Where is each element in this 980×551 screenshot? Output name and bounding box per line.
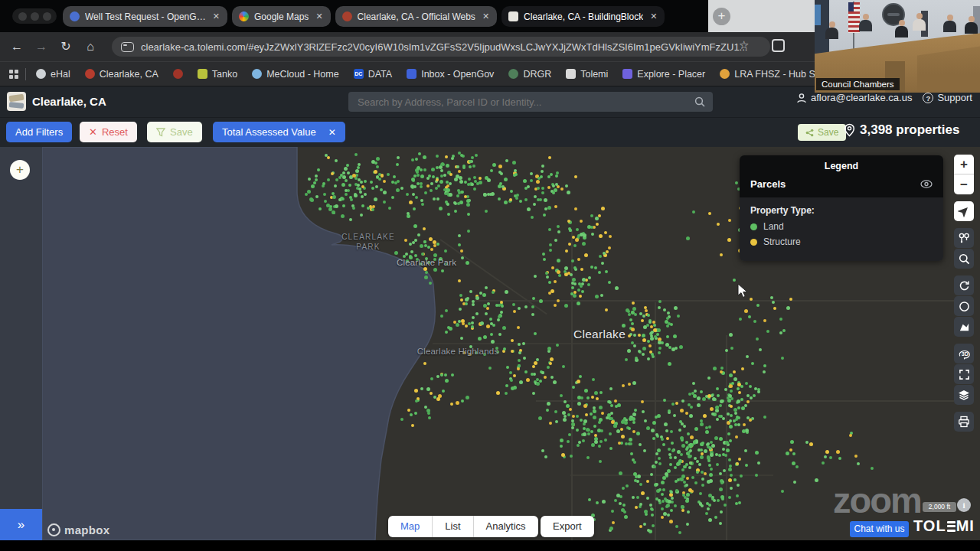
parcel-dot[interactable] — [567, 220, 570, 223]
parcel-dot[interactable] — [536, 378, 539, 381]
parcel-dot[interactable] — [440, 373, 443, 377]
parcel-dot[interactable] — [595, 217, 599, 220]
parcel-dot[interactable] — [634, 479, 637, 482]
parcel-dot[interactable] — [663, 308, 666, 311]
parcel-dot[interactable] — [792, 461, 795, 465]
parcel-dot[interactable] — [552, 191, 555, 194]
reset-button[interactable]: ✕Reset — [80, 122, 137, 142]
map-canvas[interactable]: CLEARLAKE PARKClearlake ParkClearlake Hi… — [0, 147, 980, 540]
parcel-dot[interactable] — [694, 457, 697, 460]
parcel-dot[interactable] — [705, 512, 708, 515]
parcel-dot[interactable] — [590, 266, 593, 269]
parcel-dot[interactable] — [539, 198, 542, 201]
parcel-dot[interactable] — [648, 321, 652, 324]
parcel-dot[interactable] — [635, 506, 638, 509]
parcel-dot[interactable] — [586, 456, 590, 459]
parcel-dot[interactable] — [623, 510, 626, 514]
parcel-dot[interactable] — [411, 158, 414, 161]
geolocate-button[interactable] — [954, 201, 974, 221]
parcel-dot[interactable] — [500, 172, 503, 175]
parcel-dot[interactable] — [708, 212, 711, 215]
parcel-dot[interactable] — [700, 390, 703, 393]
parcel-dot[interactable] — [553, 380, 557, 384]
parcel-dot[interactable] — [718, 454, 721, 457]
parcel-dot[interactable] — [685, 412, 688, 415]
parcel-dot[interactable] — [400, 187, 403, 190]
parcel-dot[interactable] — [414, 389, 418, 393]
parcel-dot[interactable] — [588, 276, 591, 279]
parcel-dot[interactable] — [681, 509, 684, 512]
parcel-dot[interactable] — [786, 452, 789, 455]
parcel-dot[interactable] — [459, 180, 463, 184]
parcel-dot[interactable] — [671, 347, 675, 351]
parcel-dot[interactable] — [574, 207, 577, 210]
redo-search-button[interactable] — [954, 276, 974, 295]
parcel-dot[interactable] — [548, 156, 551, 159]
parcel-dot[interactable] — [743, 423, 746, 426]
parcel-dot[interactable] — [689, 461, 692, 465]
parcel-dot[interactable] — [608, 246, 611, 249]
parcel-dot[interactable] — [737, 387, 740, 390]
parcel-dot[interactable] — [428, 174, 431, 178]
parcel-dot[interactable] — [661, 507, 664, 510]
parcel-dot[interactable] — [485, 210, 488, 213]
bookmark-item[interactable]: DCDATA — [354, 69, 392, 80]
parcel-dot[interactable] — [694, 427, 698, 431]
parcel-dot[interactable] — [763, 364, 766, 367]
parcel-dot[interactable] — [465, 298, 469, 302]
parcel-dot[interactable] — [568, 433, 571, 436]
zoom-out-button[interactable]: − — [954, 174, 974, 194]
parcel-dot[interactable] — [729, 373, 733, 377]
parcel-dot[interactable] — [730, 397, 733, 400]
parcel-dot[interactable] — [745, 382, 748, 385]
parcel-dot[interactable] — [719, 487, 723, 491]
parcel-dot[interactable] — [326, 204, 330, 207]
parcel-dot[interactable] — [347, 171, 350, 174]
parcel-dot[interactable] — [510, 379, 513, 382]
parcel-dot[interactable] — [650, 473, 653, 476]
browser-tab[interactable]: Google Maps✕ — [232, 6, 331, 27]
parcel-dot[interactable] — [705, 430, 709, 434]
parcel-dot[interactable] — [638, 350, 641, 353]
parcel-dot[interactable] — [687, 432, 690, 435]
parcel-dot[interactable] — [551, 266, 554, 269]
parcel-dot[interactable] — [524, 370, 528, 373]
parcel-dot[interactable] — [406, 193, 409, 196]
parcel-dot[interactable] — [668, 500, 671, 504]
parcel-dot[interactable] — [733, 370, 736, 373]
browser-tab[interactable]: Clearlake, CA - Official Webs✕ — [335, 6, 498, 27]
parcel-dot[interactable] — [334, 184, 337, 187]
parcel-dot[interactable] — [468, 178, 471, 181]
parcel-dot[interactable] — [639, 503, 642, 506]
parcel-dot[interactable] — [737, 399, 740, 403]
parcel-dot[interactable] — [328, 207, 332, 211]
parcel-dot[interactable] — [489, 318, 492, 321]
parcel-dot[interactable] — [433, 244, 436, 247]
parcel-dot[interactable] — [599, 460, 602, 463]
parcel-dot[interactable] — [727, 238, 731, 242]
parcel-dot[interactable] — [685, 499, 689, 503]
parcel-dot[interactable] — [730, 474, 733, 477]
parcel-dot[interactable] — [549, 243, 552, 246]
parcel-dot[interactable] — [734, 412, 737, 415]
parcel-dot[interactable] — [446, 164, 449, 168]
parcel-dot[interactable] — [371, 208, 374, 211]
parcel-dot[interactable] — [650, 325, 653, 328]
parcel-dot[interactable] — [561, 453, 565, 457]
parcel-dot[interactable] — [534, 195, 537, 198]
parcel-dot[interactable] — [669, 520, 673, 523]
parcel-dot[interactable] — [505, 392, 508, 395]
parcel-dot[interactable] — [588, 498, 591, 501]
site-info-icon[interactable] — [121, 42, 134, 52]
parcel-dot[interactable] — [533, 203, 536, 206]
parcel-dot[interactable] — [671, 449, 675, 452]
back-icon[interactable]: ← — [9, 39, 24, 54]
parcel-dot[interactable] — [471, 325, 474, 328]
parcel-dot[interactable] — [565, 249, 568, 253]
parcel-dot[interactable] — [332, 192, 335, 195]
parcel-dot[interactable] — [633, 461, 636, 464]
export-button[interactable]: Export — [541, 516, 594, 537]
parcel-dot[interactable] — [717, 499, 720, 502]
parcel-dot[interactable] — [453, 201, 456, 204]
parcel-dot[interactable] — [461, 399, 464, 403]
